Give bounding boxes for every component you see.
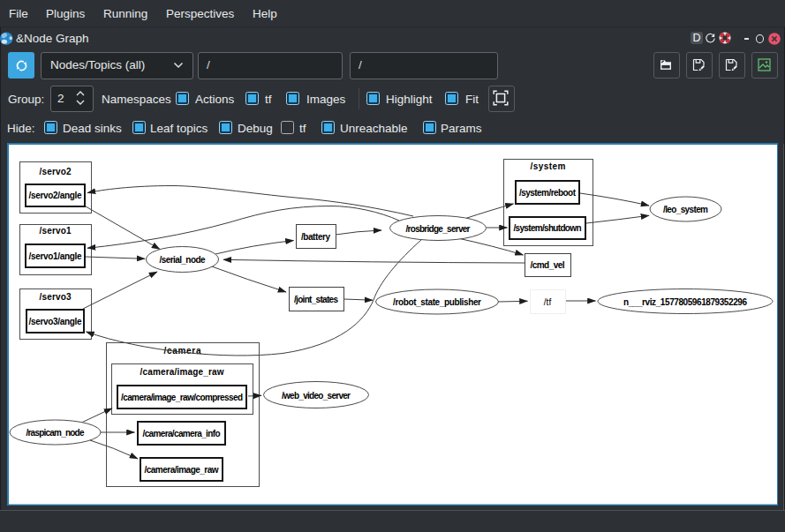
svg-text:/serial_node: /serial_node — [160, 255, 206, 265]
svg-text:/robot_state_publisher: /robot_state_publisher — [393, 297, 481, 307]
svg-text:/system/shutdown: /system/shutdown — [514, 223, 582, 233]
svg-text:/leo_system: /leo_system — [663, 205, 708, 214]
svg-text:/rosbridge_server: /rosbridge_server — [406, 224, 471, 234]
svg-text:/tf: /tf — [544, 297, 552, 307]
svg-text:/camera/image_raw: /camera/image_raw — [145, 465, 219, 475]
svg-text:/cmd_vel: /cmd_vel — [531, 260, 565, 270]
svg-text:/web_video_server: /web_video_server — [282, 391, 351, 401]
svg-text:/servo2/angle: /servo2/angle — [29, 191, 82, 200]
svg-text:/camera/image_raw: /camera/image_raw — [140, 367, 224, 377]
svg-text:/joint_states: /joint_states — [294, 295, 338, 304]
svg-text:n___rviz_1577805961879352296: n___rviz_1577805961879352296 — [623, 297, 747, 307]
svg-text:/battery: /battery — [301, 232, 330, 242]
svg-text:/servo1: /servo1 — [40, 226, 72, 236]
svg-text:/raspicam_node: /raspicam_node — [26, 428, 85, 438]
svg-text:/servo2: /servo2 — [40, 167, 72, 176]
svg-text:/camera/camera_info: /camera/camera_info — [143, 429, 221, 438]
svg-text:/servo3: /servo3 — [40, 292, 72, 302]
svg-text:/camera/image_raw/compressed: /camera/image_raw/compressed — [121, 393, 243, 402]
svg-text:/servo1/angle: /servo1/angle — [29, 251, 82, 261]
svg-text:/system: /system — [531, 161, 566, 171]
svg-text:/system/reboot: /system/reboot — [519, 188, 577, 198]
svg-text:/servo3/angle: /servo3/angle — [29, 317, 82, 326]
